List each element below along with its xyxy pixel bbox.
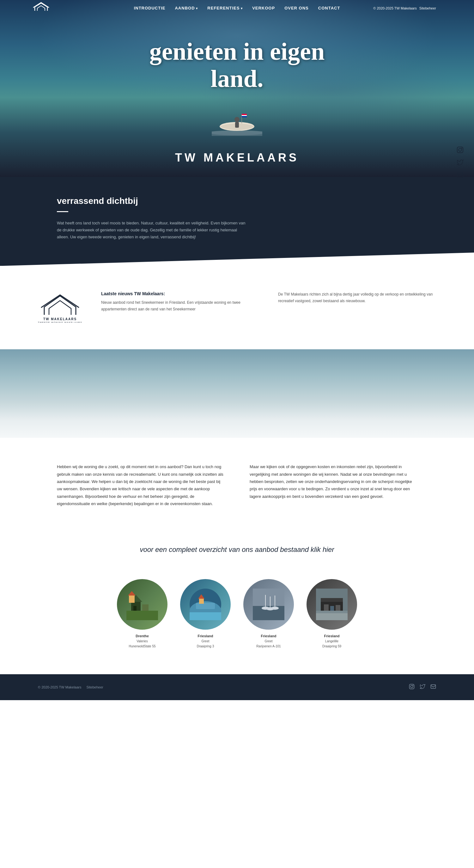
instagram-icon[interactable] — [456, 146, 465, 154]
svg-rect-8 — [242, 116, 247, 117]
svg-rect-4 — [235, 122, 239, 128]
info-col-1: Laatste nieuws TW Makelaars: Nieuw aanbo… — [101, 291, 259, 312]
aankoop-section: Hebben wij de woning die u zoekt, op dit… — [0, 438, 474, 533]
dark-heading: verrassend dichtbij — [57, 196, 417, 206]
svg-rect-24 — [190, 612, 221, 620]
email-icon[interactable] — [456, 171, 465, 180]
svg-text:TWEEDE WONING MAKELAARS: TWEEDE WONING MAKELAARS — [38, 321, 82, 323]
footer: © 2020-2025 TW Makelaars Sitebeheer — [0, 674, 474, 700]
cta-text[interactable]: voor een compleet overzicht van ons aanb… — [0, 546, 474, 554]
hero-text: genieten in eigen land. — [0, 38, 474, 92]
nav-verkoop[interactable]: VERKOOP — [252, 6, 275, 10]
svg-point-32 — [271, 607, 279, 610]
footer-email-icon[interactable] — [431, 684, 436, 691]
dark-section: verrassend dichtbij Wat heeft ons land t… — [0, 177, 474, 266]
twitter-icon[interactable] — [456, 158, 465, 167]
nav-referenties[interactable]: REFERENTIES — [207, 6, 243, 10]
footer-left: © 2020-2025 TW Makelaars Sitebeheer — [38, 685, 103, 689]
nav-contact[interactable]: CONTACT — [318, 6, 340, 10]
svg-rect-40 — [316, 611, 348, 613]
footer-sitebeheer[interactable]: Sitebeheer — [87, 685, 103, 689]
nav-over-ons[interactable]: OVER ONS — [284, 6, 309, 10]
property-1[interactable]: Drenthe Valeries HunerwoldState 55 — [117, 579, 167, 649]
property-2[interactable]: Friesland Greet Draaipring 3 — [180, 579, 231, 649]
info-col-2: De TW Makelaars richten zich al bijna de… — [278, 291, 436, 312]
hero-title: genieten in eigen land. — [0, 38, 474, 92]
svg-rect-9 — [457, 147, 463, 153]
svg-rect-17 — [142, 604, 149, 611]
nav-aanbod[interactable]: AANBOD — [175, 6, 198, 10]
property-circle-2 — [180, 579, 231, 630]
info-section: TW MAKELAARS TWEEDE WONING MAKELAARS Laa… — [0, 266, 474, 349]
svg-rect-22 — [196, 603, 215, 609]
dark-body: Wat heeft ons land toch veel moois te bi… — [57, 220, 247, 241]
svg-point-1 — [212, 130, 262, 135]
hero-brand: TW MAKELAARS — [0, 151, 474, 164]
svg-point-10 — [459, 148, 461, 151]
cta-section: voor een compleet overzicht van ons aanb… — [0, 533, 474, 573]
svg-rect-26 — [253, 589, 284, 606]
svg-point-42 — [410, 685, 413, 688]
property-circle-4 — [307, 579, 357, 630]
svg-rect-19 — [129, 595, 135, 603]
svg-rect-41 — [410, 684, 414, 689]
svg-rect-23 — [199, 598, 204, 604]
svg-point-11 — [461, 148, 462, 149]
svg-rect-44 — [431, 685, 436, 688]
properties-section: Drenthe Valeries HunerwoldState 55 Fries… — [0, 573, 474, 675]
property-circle-1 — [117, 579, 167, 630]
nav-sub: © 2020-2025 TW Makelaars Sitebeheer — [373, 6, 436, 10]
aankoop-col-1: Hebben wij de woning die u zoekt, op dit… — [57, 463, 224, 507]
nav-sitebeheer[interactable]: Sitebeheer — [419, 6, 436, 10]
footer-copyright: © 2020-2025 TW Makelaars — [38, 685, 82, 689]
nav-links: INTRODUCTIE AANBOD REFERENTIES VERKOOP O… — [134, 6, 340, 10]
property-3[interactable]: Friesland Greet Rarijoenen A-101 — [243, 579, 294, 649]
info-cols: Laatste nieuws TW Makelaars: Nieuw aanbo… — [101, 291, 436, 312]
svg-point-43 — [413, 685, 413, 686]
gradient-section — [0, 349, 474, 438]
property-circle-3 — [243, 579, 294, 630]
svg-text:TW MAKELAARS: TW MAKELAARS — [43, 317, 77, 321]
svg-rect-12 — [457, 173, 463, 178]
svg-rect-18 — [126, 611, 158, 620]
property-4[interactable]: Friesland Langelille Draaipring 59 — [307, 579, 357, 649]
svg-rect-37 — [330, 606, 334, 611]
footer-instagram-icon[interactable] — [409, 684, 415, 691]
aankoop-col-2: Maar we kijken ook of de opgegeven koste… — [250, 463, 417, 507]
info-logo: TW MAKELAARS TWEEDE WONING MAKELAARS — [38, 291, 82, 324]
svg-rect-39 — [316, 612, 348, 620]
main-nav: INTRODUCTIE AANBOD REFERENTIES VERKOOP O… — [0, 0, 474, 16]
svg-point-3 — [234, 117, 240, 122]
footer-twitter-icon[interactable] — [420, 684, 425, 691]
svg-rect-35 — [321, 598, 343, 602]
nav-introductie[interactable]: INTRODUCTIE — [134, 6, 166, 10]
heading-underline — [57, 211, 68, 212]
nav-logo[interactable] — [32, 1, 51, 15]
footer-social — [409, 684, 436, 691]
social-sidebar — [456, 146, 465, 180]
svg-rect-25 — [253, 604, 284, 620]
